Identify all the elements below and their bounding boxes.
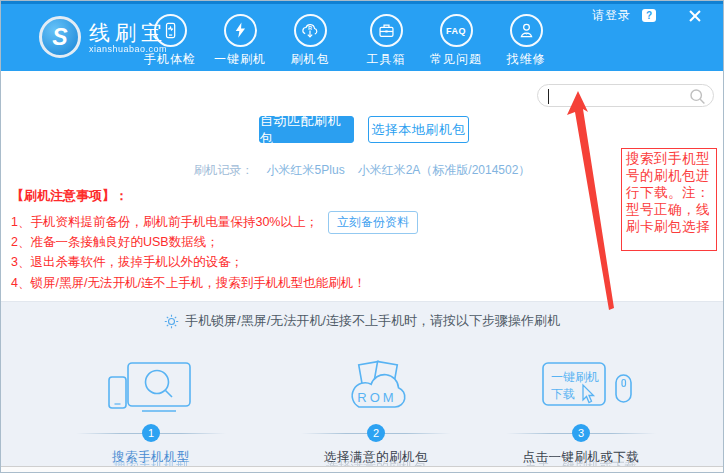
nav-item-rom-package[interactable]: R 刷机包 [275,14,345,68]
step-number: 3 [572,424,590,442]
logo-icon: S [39,16,81,58]
notice-line-1: 1、手机资料提前备份，刷机前手机电量保持30%以上； [11,214,318,231]
search-input[interactable] [550,86,685,105]
faq-icon: FAQ [440,14,473,47]
guide-step-choose-rom: ROM 2 选择满意的刷机包 [276,358,476,466]
text-caret [548,89,549,104]
search-box [537,84,714,107]
help-icon[interactable]: ? [642,9,656,22]
rom-download-icon: R [294,14,327,47]
flash-history-item[interactable]: 小米红米5Plus [267,162,345,179]
phone-check-icon [154,14,187,47]
search-model-icon [51,358,251,418]
notice-title: 【刷机注意事项】： [11,187,418,205]
flash-notice: 【刷机注意事项】： 1、手机资料提前备份，刷机前手机电量保持30%以上； 立刻备… [11,187,418,294]
notice-line-4: 4、锁屏/黑屏/无法开机/连不上手机，搜索到手机机型也能刷机！ [11,273,418,293]
search-icon[interactable] [689,88,706,105]
flash-history: 刷机记录： 小米红米5Plus 小米红米2A（标准版/2014502） [1,162,723,179]
nav-item-toolbox[interactable]: 工具箱 [351,14,421,68]
annotation-note: 搜索到手机型号的刷机包进行下载。注：型号正确，线刷卡刷包选择 [621,148,717,251]
flash-history-label: 刷机记录： [194,162,254,179]
svg-text:一键刷机: 一键刷机 [551,370,599,384]
choose-local-package-button[interactable]: 选择本地刷机包 [368,116,469,143]
step-number: 1 [142,424,160,442]
flash-history-item[interactable]: 小米红米2A（标准版/2014502） [358,162,531,179]
bottom-edge-bar [1,466,723,472]
login-link[interactable]: 请登录 [592,7,631,24]
guide-section: 手机锁屏/黑屏/无法开机/连接不上手机时，请按以下步骤操作刷机 1 搜索手机机型 [1,301,723,468]
nav-item-phone-check[interactable]: 手机体检 [135,14,205,68]
nav-item-faq[interactable]: FAQ 常见问题 [421,14,491,68]
nav-item-one-click-flash[interactable]: 一键刷机 [205,14,275,68]
step-number: 2 [367,424,385,442]
nav-item-repair[interactable]: 找维修 [491,14,561,68]
close-icon[interactable] [689,10,701,22]
svg-text:下载: 下载 [551,387,575,401]
app-window: 请登录 ? S 线刷宝 xianshuabao.com [0,0,724,473]
notice-line-3: 3、退出杀毒软件，拔掉手机以外的设备； [11,253,418,273]
one-click-flash-icon: 一键刷机 下载 [481,358,681,418]
svg-text:ROM: ROM [357,390,396,405]
toolbox-icon [370,14,403,47]
guide-heading: 手机锁屏/黑屏/无法开机/连接不上手机时，请按以下步骤操作刷机 [1,312,723,330]
titlebar: 请登录 ? [592,7,701,24]
guide-step-one-click-download: 一键刷机 下载 3 点击一键刷机或下载 [481,358,681,466]
repair-person-icon [510,14,543,47]
auto-match-package-button[interactable]: 自动匹配刷机包 [259,116,354,143]
backup-now-button[interactable]: 立刻备份资料 [328,211,418,234]
main-nav: 手机体检 一键刷机 R [135,14,561,68]
guide-step-search-model: 1 搜索手机机型 [51,358,251,466]
header: 请登录 ? S 线刷宝 xianshuabao.com [1,1,723,71]
rom-package-icon: ROM [276,358,476,418]
notice-line-2: 2、准备一条接触良好的USB数据线； [11,232,418,252]
sun-icon [164,314,179,329]
svg-text:R: R [308,24,312,30]
lightning-icon [224,14,257,47]
